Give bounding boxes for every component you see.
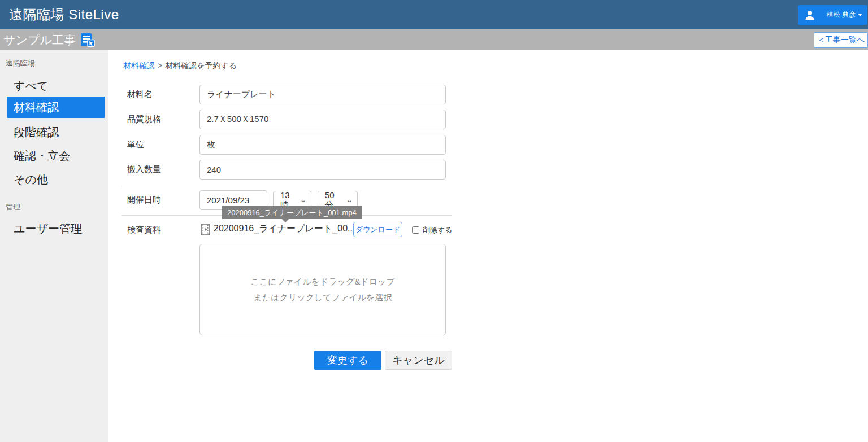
main-content: 材料確認>材料確認を予約する 材料名 品質規格 単位 搬入数量 開催日時 13時…	[108, 50, 868, 442]
app-header: 遠隔臨場 SiteLive 植松 典彦	[0, 0, 868, 29]
quality-standard-input[interactable]	[199, 110, 446, 129]
back-to-project-list-button[interactable]: ＜工事一覧へ	[814, 32, 868, 48]
chevron-down-icon: ⌄	[346, 196, 353, 204]
user-name: 植松 典彦	[827, 10, 856, 20]
inspection-file-name[interactable]: 20200916_ライナープレート_00...	[214, 223, 355, 235]
project-bar: サンプル工事 ＜工事一覧へ	[0, 29, 868, 50]
app-title: 遠隔臨場 SiteLive	[9, 6, 119, 24]
submit-change-button[interactable]: 変更する	[314, 351, 381, 370]
project-name: サンプル工事	[3, 32, 76, 48]
quantity-input[interactable]	[199, 160, 446, 180]
material-name-label: 材料名	[127, 89, 199, 100]
sidebar-item-all[interactable]: すべて	[7, 75, 105, 97]
divider	[121, 186, 452, 186]
file-name-tooltip: 20200916_ライナープレート_001.mp4	[222, 206, 362, 219]
event-datetime-label: 開催日時	[127, 195, 199, 205]
inspection-file-row: 検査資料 20200916_ライナープレート_00... ダウンロード 削除する	[127, 221, 478, 238]
user-menu-button[interactable]: 植松 典彦	[798, 5, 867, 25]
sidebar-item-other[interactable]: その他	[7, 169, 105, 190]
unit-input[interactable]	[199, 135, 446, 155]
sidebar-item-confirm-witness[interactable]: 確認・立会	[7, 145, 105, 167]
chevron-down-icon: ⌄	[300, 196, 306, 204]
video-file-icon	[201, 224, 210, 238]
dropzone-line2: またはクリックしてファイルを選択	[254, 290, 392, 305]
sidebar-item-user-management[interactable]: ユーザー管理	[7, 218, 105, 239]
file-dropzone[interactable]: ここにファイルをドラッグ&ドロップ またはクリックしてファイルを選択	[199, 244, 446, 335]
sidebar: 遠隔臨場 すべて 材料確認 段階確認 確認・立会 その他 管理 ユーザー管理	[0, 50, 108, 442]
material-name-input[interactable]	[199, 85, 446, 104]
sidebar-section-remote: 遠隔臨場	[6, 58, 35, 68]
project-select-icon[interactable]	[80, 33, 96, 47]
download-button[interactable]: ダウンロード	[353, 222, 402, 237]
sidebar-item-material-check[interactable]: 材料確認	[7, 97, 105, 118]
breadcrumb: 材料確認>材料確認を予約する	[123, 61, 237, 71]
breadcrumb-parent-link[interactable]: 材料確認	[123, 61, 155, 70]
breadcrumb-separator: >	[158, 61, 162, 70]
delete-file-label[interactable]: 削除する	[423, 225, 453, 235]
delete-file-checkbox[interactable]	[412, 226, 419, 234]
app-root: 遠隔臨場 SiteLive 植松 典彦 サンプル工事	[0, 0, 868, 442]
quantity-label: 搬入数量	[127, 164, 199, 175]
sidebar-item-stage-check[interactable]: 段階確認	[7, 121, 105, 143]
inspection-doc-label: 検査資料	[127, 225, 161, 235]
caret-down-icon	[858, 14, 862, 16]
person-icon	[804, 9, 816, 21]
sidebar-section-admin: 管理	[6, 202, 20, 212]
dropzone-line1: ここにファイルをドラッグ&ドロップ	[250, 274, 395, 289]
cancel-button[interactable]: キャンセル	[385, 351, 452, 370]
breadcrumb-current: 材料確認を予約する	[165, 61, 237, 70]
quality-standard-label: 品質規格	[127, 114, 199, 125]
unit-label: 単位	[127, 139, 199, 150]
